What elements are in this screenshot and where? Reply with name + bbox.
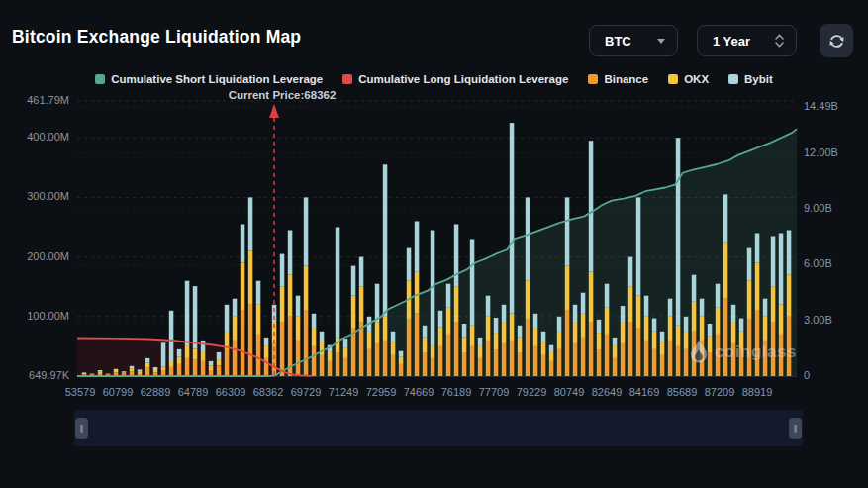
y-left-tick-label: 300.00M — [8, 190, 69, 202]
liquidation-map-page: Bitcoin Exchange Liquidation Map BTC 1 Y… — [0, 0, 868, 488]
x-tick-label: 88919 — [735, 386, 779, 398]
y-right-tick-label: 9.00B — [804, 202, 863, 214]
y-right-tick-label: 6.00B — [804, 257, 863, 269]
y-left-tick-label: 461.79M — [8, 94, 69, 106]
y-right-tick-label: 14.49B — [804, 100, 863, 112]
range-slider-right-handle[interactable]: ∥ — [789, 418, 802, 439]
y-left-tick-label: 400.00M — [8, 131, 69, 143]
y-right-tick-label: 3.00B — [804, 314, 863, 326]
y-left-tick-label: 200.00M — [8, 250, 69, 262]
y-left-tick-label: 100.00M — [8, 310, 69, 322]
y-right-tick-label: 0 — [804, 369, 863, 381]
range-slider-track[interactable]: ∥ ∥ — [74, 410, 803, 446]
y-right-tick-label: 12.00B — [804, 146, 863, 158]
y-left-tick-label: 649.97K — [8, 369, 69, 381]
range-slider-left-handle[interactable]: ∥ — [75, 418, 88, 439]
